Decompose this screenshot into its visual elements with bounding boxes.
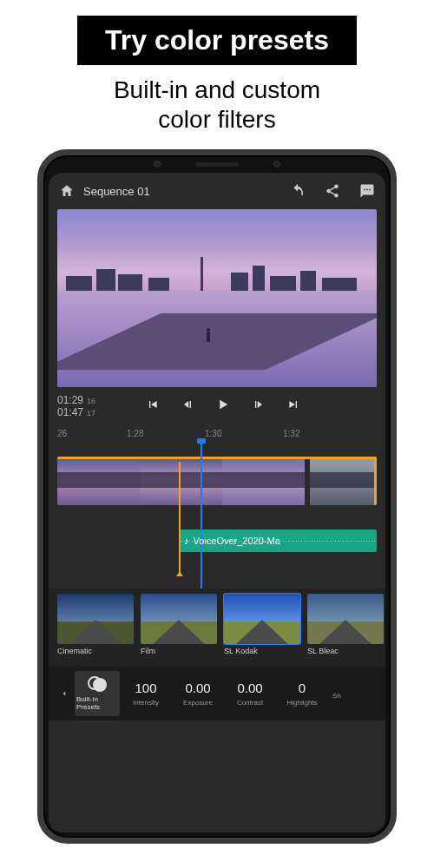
timecodes: 01:29 16 01:47 17 bbox=[57, 394, 95, 419]
preset-label: Cinematic bbox=[57, 647, 134, 655]
preset-sl-bleach[interactable]: SL Bleac bbox=[307, 594, 384, 667]
video-clip[interactable] bbox=[57, 459, 140, 505]
ruler-tick: 26 bbox=[57, 429, 67, 438]
bottom-params: Built-In Presets 100 Intensity 0.00 Expo… bbox=[49, 667, 385, 720]
timeline[interactable]: ♪ VoiceOver_2020-Ma bbox=[49, 441, 385, 589]
preset-sl-kodak[interactable]: SL Kodak bbox=[224, 594, 300, 667]
preset-label: Film bbox=[141, 647, 217, 655]
param-shadows-partial[interactable]: Sh bbox=[328, 688, 345, 700]
param-builtin-presets[interactable]: Built-In Presets bbox=[75, 671, 120, 716]
ruler-tick: 1:28 bbox=[127, 429, 143, 438]
param-value: 100 bbox=[135, 681, 156, 695]
phone-frame: Sequence 01 01:2 bbox=[37, 149, 397, 844]
app-screen: Sequence 01 01:2 bbox=[49, 173, 385, 832]
promo-subtitle: Built-in and custom color filters bbox=[114, 76, 320, 134]
preset-cinematic[interactable]: Cinematic bbox=[57, 594, 134, 667]
transport-controls bbox=[146, 397, 300, 416]
playback-bar: 01:29 16 01:47 17 bbox=[49, 387, 385, 425]
topbar: Sequence 01 bbox=[49, 173, 385, 209]
param-label: Contrast bbox=[237, 699, 263, 707]
preset-label: SL Bleac bbox=[307, 647, 384, 655]
video-clip[interactable] bbox=[140, 459, 222, 505]
video-clip[interactable] bbox=[308, 459, 374, 505]
audio-clip-label: VoiceOver_2020-Ma bbox=[194, 536, 280, 546]
param-contrast[interactable]: 0.00 Contrast bbox=[224, 681, 276, 707]
timecode-out-frames: 17 bbox=[87, 409, 95, 418]
frame-back-icon[interactable] bbox=[181, 398, 194, 415]
param-highlights[interactable]: 0 Highlights bbox=[276, 681, 328, 707]
param-value: 0.00 bbox=[185, 681, 210, 695]
comment-icon[interactable] bbox=[359, 183, 375, 199]
param-label: Highlights bbox=[286, 699, 317, 707]
audio-track[interactable]: ♪ VoiceOver_2020-Ma bbox=[179, 529, 377, 552]
param-value: 0 bbox=[299, 681, 306, 695]
param-exposure[interactable]: 0.00 Exposure bbox=[172, 681, 224, 707]
skip-end-icon[interactable] bbox=[286, 398, 300, 415]
playhead[interactable] bbox=[201, 441, 202, 589]
preset-label: SL Kodak bbox=[224, 647, 300, 655]
param-label: Exposure bbox=[183, 699, 213, 707]
preset-film[interactable]: Film bbox=[141, 594, 217, 667]
video-track[interactable] bbox=[57, 457, 377, 505]
timecode-in: 01:29 bbox=[57, 394, 83, 406]
promo-subtitle-line2: color filters bbox=[158, 106, 275, 133]
param-label: Intensity bbox=[133, 699, 159, 707]
frame-forward-icon[interactable] bbox=[252, 398, 266, 415]
promo-banner: Try color presets bbox=[77, 16, 357, 65]
ruler-tick: 1:30 bbox=[205, 429, 221, 438]
share-icon[interactable] bbox=[325, 183, 340, 199]
sequence-title[interactable]: Sequence 01 bbox=[83, 185, 150, 198]
play-icon[interactable] bbox=[215, 397, 231, 416]
video-clip[interactable] bbox=[222, 459, 305, 505]
phone-notch bbox=[43, 155, 391, 173]
clip-edge-handle[interactable] bbox=[179, 462, 181, 573]
home-icon[interactable] bbox=[59, 183, 75, 199]
param-value: 0.00 bbox=[237, 681, 262, 695]
undo-icon[interactable] bbox=[290, 183, 306, 199]
skip-start-icon[interactable] bbox=[146, 398, 160, 415]
promo-subtitle-line1: Built-in and custom bbox=[114, 76, 320, 103]
param-intensity[interactable]: 100 Intensity bbox=[120, 681, 172, 707]
music-note-icon: ♪ bbox=[184, 536, 189, 546]
timeline-ruler[interactable]: 26 1:28 1:30 1:32 bbox=[49, 425, 385, 441]
ruler-tick: 1:32 bbox=[283, 429, 299, 438]
param-label: Built-In Presets bbox=[76, 695, 118, 711]
timecode-out: 01:47 bbox=[57, 406, 83, 418]
preset-strip: Cinematic Film SL Kodak SL Bleac bbox=[49, 589, 385, 667]
back-chevron-icon[interactable] bbox=[54, 687, 75, 700]
timecode-in-frames: 16 bbox=[87, 397, 95, 406]
presets-icon bbox=[88, 676, 107, 692]
param-label: Sh bbox=[332, 692, 341, 700]
video-preview[interactable] bbox=[57, 209, 377, 387]
